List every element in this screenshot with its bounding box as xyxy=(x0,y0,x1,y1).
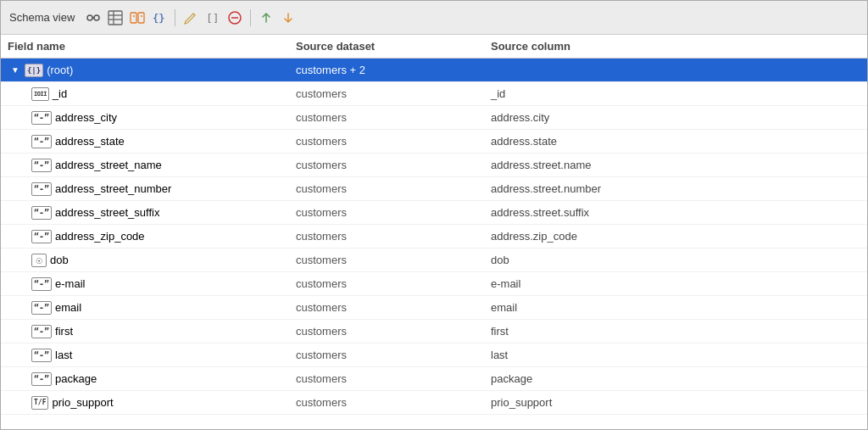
cell-source-address_street_name: customers xyxy=(296,159,491,171)
cell-source-last: customers xyxy=(296,349,491,361)
cell-column-address_street_name: address.street.name xyxy=(491,159,867,171)
cell-field-address_city: “-”address_city xyxy=(8,111,296,125)
cell-field-address_street_name: “-”address_street_name xyxy=(8,159,296,172)
type-badge: T/F xyxy=(31,396,48,410)
type-badge: “-” xyxy=(31,135,52,148)
cell-column-address_street_number: address.street.number xyxy=(491,182,867,195)
remove-icon[interactable] xyxy=(226,9,243,26)
schema-icon[interactable] xyxy=(85,9,102,26)
table-row[interactable]: “-”e-mailcustomerse-mail xyxy=(1,272,867,296)
cell-source-dob: customers xyxy=(296,254,491,266)
cell-source-_id: customers xyxy=(296,87,491,100)
edit-icon[interactable] xyxy=(182,9,199,26)
cell-field-address_street_number: “-”address_street_number xyxy=(8,182,296,196)
cell-source-address_street_suffix: customers xyxy=(296,206,491,219)
cell-column-address_street_suffix: address.street.suffix xyxy=(491,206,867,219)
cell-column-address_city: address.city xyxy=(491,111,867,124)
type-badge: “-” xyxy=(31,111,52,125)
field-name: address_zip_code xyxy=(55,230,145,243)
cell-source-email: customers xyxy=(296,301,491,314)
columns-icon[interactable] xyxy=(129,9,146,26)
cell-field-address_zip_code: “-”address_zip_code xyxy=(8,230,296,243)
table-row[interactable]: “-”firstcustomersfirst xyxy=(1,320,867,343)
table-row[interactable]: “-”address_street_namecustomersaddress.s… xyxy=(1,154,867,177)
cell-column-address_state: address.state xyxy=(491,135,867,148)
type-badge: “-” xyxy=(31,372,52,386)
field-name: address_state xyxy=(55,135,125,148)
svg-point-1 xyxy=(94,15,99,20)
cell-column-address_zip_code: address.zip_code xyxy=(491,230,867,243)
field-name: address_city xyxy=(55,111,117,124)
field-name: first xyxy=(55,325,73,338)
svg-point-0 xyxy=(87,15,92,20)
table-row[interactable]: “-”packagecustomerspackage xyxy=(1,367,867,391)
cell-column-last: last xyxy=(491,349,867,361)
cell-field-root: ▼{|}(root) xyxy=(8,64,296,77)
svg-rect-8 xyxy=(138,13,144,23)
field-name: e-mail xyxy=(55,277,85,290)
field-name: address_street_number xyxy=(55,182,171,195)
cell-field-e-mail: “-”e-mail xyxy=(8,277,296,291)
brackets-icon[interactable]: [] xyxy=(204,9,221,26)
svg-rect-7 xyxy=(131,13,136,23)
header-field: Field name xyxy=(8,40,296,53)
separator-2 xyxy=(250,9,251,26)
table-row[interactable]: “-”lastcustomerslast xyxy=(1,343,867,367)
table-row[interactable]: “-”emailcustomersemail xyxy=(1,296,867,320)
cell-field-address_state: “-”address_state xyxy=(8,135,296,148)
type-badge: “-” xyxy=(31,277,52,291)
cell-field-dob: ☉dob xyxy=(8,254,296,267)
up-arrow-icon[interactable] xyxy=(258,9,275,26)
table-header: Field name Source dataset Source column xyxy=(1,35,867,59)
cell-source-e-mail: customers xyxy=(296,277,491,290)
table-row[interactable]: “-”address_citycustomersaddress.city xyxy=(1,106,867,130)
table-row[interactable]: IOII_idcustomers_id xyxy=(1,82,867,106)
svg-rect-3 xyxy=(108,11,122,25)
header-source: Source dataset xyxy=(296,40,491,53)
field-name: address_street_name xyxy=(55,159,162,171)
type-badge: {|} xyxy=(25,64,43,77)
cell-field-first: “-”first xyxy=(8,325,296,338)
table-row[interactable]: “-”address_street_numbercustomersaddress… xyxy=(1,177,867,201)
down-arrow-icon[interactable] xyxy=(280,9,297,26)
field-name: address_street_suffix xyxy=(55,206,159,219)
cell-source-address_city: customers xyxy=(296,111,491,124)
cell-source-prio_support: customers xyxy=(296,396,491,409)
cell-source-root: customers + 2 xyxy=(296,64,491,76)
cell-column-email: email xyxy=(491,301,867,314)
cell-source-address_street_number: customers xyxy=(296,182,491,195)
type-badge: “-” xyxy=(31,159,52,172)
type-badge: ☉ xyxy=(31,254,47,267)
type-badge: IOII xyxy=(31,87,49,101)
cell-column-prio_support: prio_support xyxy=(491,396,867,409)
table-row[interactable]: T/Fprio_supportcustomersprio_support xyxy=(1,391,867,415)
table-icon[interactable] xyxy=(107,9,124,26)
field-name: package xyxy=(55,372,97,385)
table-row[interactable]: “-”address_zip_codecustomersaddress.zip_… xyxy=(1,225,867,249)
field-name: _id xyxy=(53,87,67,100)
cell-field-package: “-”package xyxy=(8,372,296,386)
cell-column-dob: dob xyxy=(491,254,867,266)
toolbar-title: Schema view xyxy=(9,11,75,24)
svg-text:{}: {} xyxy=(153,13,164,25)
table-body[interactable]: ▼{|}(root)customers + 2IOII_idcustomers_… xyxy=(1,59,867,429)
cell-source-address_zip_code: customers xyxy=(296,230,491,243)
cell-source-address_state: customers xyxy=(296,135,491,148)
svg-text:[]: [] xyxy=(206,12,220,25)
table-row[interactable]: “-”address_street_suffixcustomersaddress… xyxy=(1,201,867,225)
table-row[interactable]: ☉dobcustomersdob xyxy=(1,249,867,272)
cell-field-_id: IOII_id xyxy=(8,87,296,101)
table-row[interactable]: “-”address_statecustomersaddress.state xyxy=(1,130,867,154)
cell-source-first: customers xyxy=(296,325,491,338)
table-row[interactable]: ▼{|}(root)customers + 2 xyxy=(1,59,867,82)
type-badge: “-” xyxy=(31,349,52,362)
type-badge: “-” xyxy=(31,301,52,315)
json-icon[interactable]: {} xyxy=(151,9,168,26)
toolbar: Schema view xyxy=(1,1,867,35)
cell-column-e-mail: e-mail xyxy=(491,277,867,290)
field-name: prio_support xyxy=(52,396,113,409)
field-name: (root) xyxy=(47,64,73,76)
cell-field-email: “-”email xyxy=(8,301,296,315)
expand-triangle[interactable]: ▼ xyxy=(11,65,19,75)
type-badge: “-” xyxy=(31,230,52,243)
